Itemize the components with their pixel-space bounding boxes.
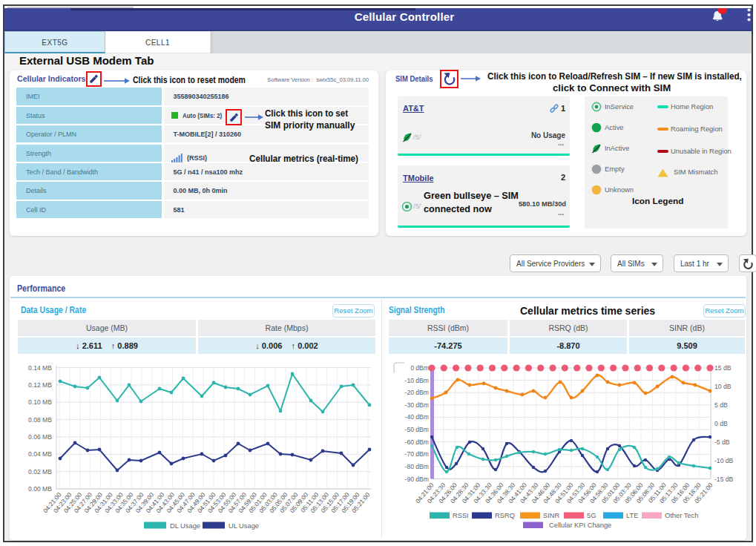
svg-text:RSRQ: RSRQ: [495, 512, 515, 519]
svg-text:15 dB: 15 dB: [714, 364, 732, 372]
svg-text:-10 dBm: -10 dBm: [405, 377, 429, 384]
svg-text:-50 dBm: -50 dBm: [405, 426, 429, 433]
svg-text:-5 dB: -5 dB: [714, 438, 730, 446]
svg-text:-20 dBm: -20 dBm: [405, 389, 429, 396]
svg-text:0 dB: 0 dB: [714, 420, 728, 427]
svg-text:-60 dBm: -60 dBm: [405, 438, 429, 446]
svg-text:Other Tech: Other Tech: [665, 512, 698, 519]
svg-text:0 dBm: 0 dBm: [410, 364, 429, 372]
svg-text:SINR: SINR: [543, 512, 559, 519]
svg-text:10 dB: 10 dB: [714, 383, 732, 390]
svg-text:5 dB: 5 dB: [714, 401, 728, 409]
svg-text:-40 dBm: -40 dBm: [405, 413, 429, 421]
svg-text:-15 dB: -15 dB: [714, 476, 734, 483]
svg-text:LTE: LTE: [626, 512, 638, 519]
svg-text:-70 dBm: -70 dBm: [405, 450, 429, 458]
svg-text:RSSI: RSSI: [453, 512, 469, 519]
svg-text:-90 dBm: -90 dBm: [405, 476, 429, 483]
svg-text:Cellular KPI Change: Cellular KPI Change: [549, 522, 611, 529]
svg-text:-10 dB: -10 dB: [714, 457, 734, 464]
svg-text:-80 dBm: -80 dBm: [405, 463, 429, 470]
svg-text:-30 dBm: -30 dBm: [405, 401, 429, 409]
svg-text:5G: 5G: [587, 512, 596, 519]
